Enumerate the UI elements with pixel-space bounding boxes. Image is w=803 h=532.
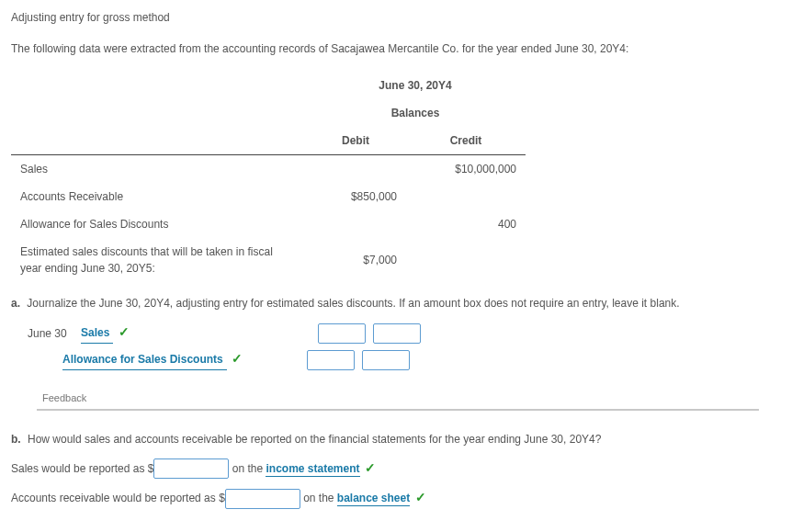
row-label: Allowance for Sales Discounts (11, 210, 305, 238)
row-debit: $7,000 (305, 238, 406, 282)
part-b-line-1: Sales would be reported as $ on the inco… (11, 458, 792, 480)
question-a: a. Journalize the June 30, 20Y4, adjusti… (11, 295, 792, 311)
checkmark-icon: ✓ (232, 351, 243, 366)
line1-pre: Sales would be reported as $ (11, 462, 153, 475)
line1-mid: on the (229, 462, 266, 475)
row-debit (305, 210, 406, 238)
question-b: b. How would sales and accounts receivab… (11, 431, 792, 447)
part-b-label: b. (11, 433, 21, 446)
col-credit: Credit (406, 127, 526, 155)
part-a-label: a. (11, 297, 20, 310)
row-label: Estimated sales discounts that will be t… (11, 238, 305, 282)
checkmark-icon: ✓ (415, 490, 426, 504)
row-debit (305, 155, 406, 184)
ar-amount-input[interactable] (225, 489, 300, 509)
statement-dropdown-1[interactable]: income statement (266, 462, 359, 477)
entry-date: June 30 (28, 325, 74, 342)
checkmark-icon: ✓ (119, 324, 130, 339)
row-credit: 400 (406, 210, 526, 238)
feedback-toggle[interactable]: Feedback (37, 391, 759, 411)
checkmark-icon: ✓ (365, 460, 376, 475)
row-label: Sales (11, 155, 305, 184)
line2-mid: on the (300, 492, 337, 504)
debit-input-2[interactable] (307, 350, 355, 370)
journal-entry-line-2: Allowance for Sales Discounts ✓ (62, 349, 792, 370)
row-credit: $10,000,000 (406, 155, 526, 184)
line2-pre: Accounts receivable would be reported as… (11, 492, 225, 504)
part-b-text: How would sales and accounts receivable … (28, 433, 601, 446)
balances-header-label: Balances (305, 99, 526, 127)
row-debit: $850,000 (305, 183, 406, 210)
account-dropdown-allowance[interactable]: Allowance for Sales Discounts (62, 351, 227, 370)
balances-header-date: June 30, 20Y4 (305, 72, 526, 99)
part-a-text: Journalize the June 30, 20Y4, adjusting … (27, 297, 679, 310)
statement-dropdown-2[interactable]: balance sheet (337, 492, 410, 506)
row-label: Accounts Receivable (11, 183, 305, 210)
sales-amount-input[interactable] (153, 458, 229, 479)
account-dropdown-sales[interactable]: Sales (81, 324, 113, 344)
intro-text: The following data were extracted from t… (11, 40, 792, 57)
journal-entry-line-1: June 30 Sales ✓ (28, 323, 792, 344)
credit-input-1[interactable] (373, 323, 421, 344)
credit-input-2[interactable] (362, 350, 410, 370)
debit-input-1[interactable] (318, 323, 366, 344)
part-b-line-2: Accounts receivable would be reported as… (11, 488, 792, 509)
balances-table: June 30, 20Y4 Balances Debit Credit Sale… (11, 72, 526, 282)
row-credit (406, 183, 526, 210)
col-debit: Debit (305, 127, 406, 155)
row-credit (406, 238, 526, 282)
page-title: Adjusting entry for gross method (11, 9, 792, 26)
